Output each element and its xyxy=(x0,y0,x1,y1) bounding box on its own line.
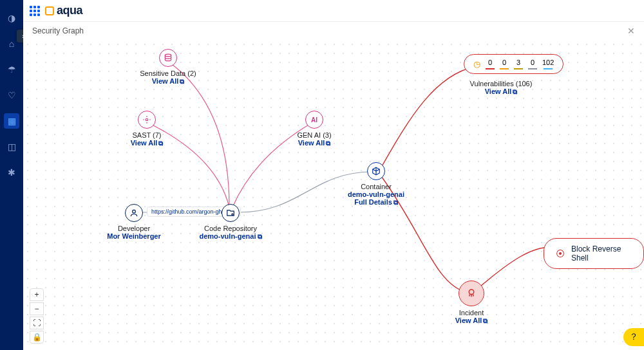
sidebar-item-dashboard[interactable]: ◑ xyxy=(4,10,19,26)
node-code-repository[interactable]: Code Repository demo-vuln-genai⧉ xyxy=(185,204,276,241)
brand-mark-icon xyxy=(45,6,54,15)
node-title: Vulnerabilities (106) xyxy=(450,80,553,88)
node-incident[interactable]: Incident View All⧉ xyxy=(426,281,516,325)
brand-name: aqua xyxy=(57,4,82,17)
close-icon[interactable]: ✕ xyxy=(627,26,635,36)
node-container[interactable]: Container demo-vuln-genai Full Details⧉ xyxy=(331,162,421,207)
node-title: SAST (7) xyxy=(102,131,192,139)
zoom-out-button[interactable]: − xyxy=(30,302,44,315)
action-label: Block Reverse Shell xyxy=(571,244,632,262)
external-link-icon: ⧉ xyxy=(258,233,262,240)
node-vulnerabilities-card[interactable]: ◷ 0 0 3 0 102 xyxy=(464,54,564,74)
app-switcher-icon[interactable] xyxy=(30,6,40,16)
view-all-link[interactable]: View All⧉ xyxy=(426,317,516,325)
svg-point-4 xyxy=(469,290,474,295)
node-value-link[interactable]: demo-vuln-genai⧉ xyxy=(185,232,276,241)
target-icon xyxy=(138,111,156,129)
crosshair-icon: ⦿ xyxy=(556,248,565,259)
person-icon xyxy=(125,204,143,222)
sidebar-item-umbrella[interactable]: ☂ xyxy=(4,62,19,77)
sidebar-item-settings[interactable]: ✱ xyxy=(4,165,19,180)
view-all-link[interactable]: View All⧉ xyxy=(102,139,192,147)
svg-point-0 xyxy=(165,54,171,57)
graph-canvas[interactable]: Sensitive Data (2) View All⧉ SAST (7) Vi… xyxy=(23,40,644,350)
incident-icon xyxy=(459,281,484,306)
view-all-link[interactable]: View All⧉ xyxy=(269,139,359,147)
node-sensitive-data[interactable]: Sensitive Data (2) View All⧉ xyxy=(123,49,213,86)
zoom-in-button[interactable]: + xyxy=(30,288,44,301)
node-sast[interactable]: SAST (7) View All⧉ xyxy=(102,111,192,147)
lock-button[interactable]: 🔒 xyxy=(30,331,44,344)
main-panel: aqua Security Graph ✕ xyxy=(23,0,644,350)
view-all-link[interactable]: View All⧉ xyxy=(450,88,553,96)
node-value: Mor Weinberger xyxy=(89,232,179,240)
node-vulnerabilities: Vulnerabilities (106) View All⧉ xyxy=(450,80,553,96)
top-bar: aqua xyxy=(23,0,644,22)
brand-logo[interactable]: aqua xyxy=(45,4,82,17)
node-title: Code Repository xyxy=(185,225,276,232)
cube-icon xyxy=(367,162,385,180)
external-link-icon: ⧉ xyxy=(158,140,163,147)
external-link-icon: ⧉ xyxy=(180,78,184,85)
node-gen-ai[interactable]: AI GEN AI (3) View All⧉ xyxy=(269,111,359,147)
repo-icon xyxy=(222,204,240,222)
external-link-icon: ⧉ xyxy=(393,199,398,206)
clock-icon: ◷ xyxy=(473,59,480,69)
external-link-icon: ⧉ xyxy=(326,140,330,147)
database-icon xyxy=(159,49,177,67)
sidebar-item-graph[interactable]: ▦ xyxy=(4,113,19,129)
breadcrumb[interactable]: Security Graph xyxy=(32,26,84,35)
ai-icon: AI xyxy=(305,111,323,129)
node-title: Developer xyxy=(89,225,179,232)
external-link-icon: ⧉ xyxy=(513,88,517,95)
full-details-link[interactable]: Full Details⧉ xyxy=(331,198,421,207)
svg-point-2 xyxy=(133,210,136,213)
node-title: Incident xyxy=(426,309,516,317)
node-title: GEN AI (3) xyxy=(269,131,359,139)
left-sidebar: › ◑ ⌂ ☂ ♡ ▦ ◫ ✱ xyxy=(0,0,23,350)
zoom-fit-button[interactable]: ⛶ xyxy=(30,317,44,329)
node-title: Container xyxy=(331,183,421,190)
svg-point-1 xyxy=(146,118,148,121)
node-value: demo-vuln-genai xyxy=(331,190,421,198)
sidebar-item-shield[interactable]: ♡ xyxy=(4,88,19,103)
sidebar-item-workloads[interactable]: ◫ xyxy=(4,139,19,154)
action-block-reverse-shell[interactable]: ⦿ Block Reverse Shell xyxy=(544,238,644,269)
view-all-link[interactable]: View All⧉ xyxy=(123,77,213,86)
zoom-controls: + − ⛶ 🔒 xyxy=(30,288,44,344)
help-fab[interactable]: ？ xyxy=(623,328,644,346)
node-title: Sensitive Data (2) xyxy=(123,69,213,77)
external-link-icon: ⧉ xyxy=(483,317,488,324)
svg-point-3 xyxy=(232,214,233,215)
